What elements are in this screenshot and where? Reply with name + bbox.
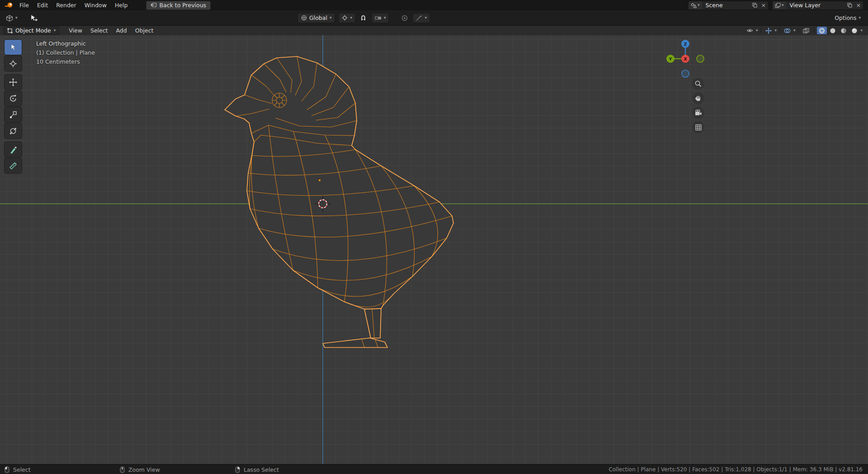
mouse-left-button-icon [5,466,9,473]
proportional-falloff-dropdown[interactable]: ▾ [413,13,430,23]
toggle-orthographic-grid-icon[interactable] [692,121,704,133]
gizmo-axis-neg-y [697,55,704,62]
scene-icon [691,3,697,8]
show-gizmo-toggle[interactable] [764,27,774,34]
svg-text:Y: Y [669,56,672,61]
mode-dropdown[interactable]: Object Mode ▾ [4,26,59,35]
svg-text:Z: Z [684,42,687,47]
orientation-icon [301,15,307,21]
show-overlays-toggle[interactable] [783,27,793,34]
remove-view-layer-button[interactable]: × [854,1,863,9]
viewport-menus: View Select Add Object [65,26,157,35]
tool-scale[interactable] [5,107,22,122]
menu-edit[interactable]: Edit [33,1,52,9]
context-label: (1) Collection | Plane [36,48,95,57]
visibility-dropdown[interactable]: ▾ [756,28,758,33]
grid-scale-label: 10 Centimeters [36,57,95,66]
scene-name-field[interactable]: Scene [702,2,750,9]
z-axis-grid-line [322,35,323,464]
object-visibility-icon[interactable] [745,27,755,34]
viewport-overlay-text: Left Orthographic (1) Collection | Plane… [36,39,95,66]
topbar: File Edit Render Window Help Back to Pre… [0,0,868,10]
view-name-label: Left Orthographic [36,39,95,48]
mouse-right-button-icon [235,466,240,473]
viewport-nav-buttons [692,78,704,133]
snap-with-dropdown[interactable]: ▾ [372,13,389,23]
view-layer-selector: ▾ View Layer × [772,1,863,10]
blender-logo-icon[interactable] [5,2,14,9]
overlays-dropdown[interactable]: ▾ [793,28,796,33]
tool-settings-header: ▾ Global ▾ ▾ [0,10,868,26]
viewport-header-toggles: ▾ ▾ ▾ [745,27,863,34]
scene-statistics: Collection | Plane | Verts:520 | Faces:5… [609,465,863,474]
shading-solid-button[interactable] [828,27,838,34]
menu-view[interactable]: View [65,26,86,35]
xray-toggle[interactable] [801,27,811,34]
scene-selector: ▾ Scene × [688,1,769,10]
new-view-layer-button[interactable] [845,1,854,9]
menu-window[interactable]: Window [80,1,111,9]
transform-orientation-dropdown[interactable]: Global ▾ [297,13,335,23]
viewport-3d[interactable]: Left Orthographic (1) Collection | Plane… [0,35,868,464]
gizmo-axis-neg-z [682,70,689,77]
view-layer-browse-button[interactable]: ▾ [773,1,786,9]
shading-wireframe-button[interactable] [817,27,827,34]
svg-text:X: X [684,56,687,61]
menu-select[interactable]: Select [86,26,112,35]
view-layer-name-field[interactable]: View Layer [786,2,845,9]
tool-annotate[interactable] [5,142,22,157]
menu-render[interactable]: Render [52,1,80,9]
mouse-middle-button-icon [120,466,125,473]
gizmo-dropdown[interactable]: ▾ [774,28,777,33]
menu-add[interactable]: Add [112,26,131,35]
editor-3d-viewport-icon [5,14,14,22]
falloff-curve-icon [416,15,422,21]
snap-to-dropdown[interactable]: ▾ [339,13,355,23]
pan-view-hand-icon[interactable] [692,92,704,104]
toolbar [5,40,22,173]
snap-magnet-toggle[interactable] [359,14,368,22]
snap-target-icon [342,15,348,21]
menu-object[interactable]: Object [131,26,158,35]
view-layer-icon [775,3,781,8]
y-axis-grid-line [0,203,868,204]
scene-browse-button[interactable]: ▾ [689,1,702,9]
object-mode-icon [7,28,13,33]
shading-rendered-button[interactable] [849,27,859,34]
editor-type-selector[interactable]: ▾ [4,14,19,22]
tool-transform[interactable] [5,123,22,138]
tool-measure[interactable] [5,158,22,173]
orientation-gizmo[interactable]: Z Y X [663,36,708,81]
options-dropdown[interactable]: Options ▾ [835,14,861,21]
object-origin-dot [318,179,321,181]
snap-with-icon [375,15,382,21]
proportional-editing-toggle[interactable] [400,14,409,22]
hint-lasso-select: Lasso Select [235,465,279,474]
zoom-view-icon[interactable] [692,78,704,90]
statusbar: Select Zoom View Lasso Select Collection… [0,464,868,474]
tool-rotate[interactable] [5,91,22,106]
viewport-tool-options: Global ▾ ▾ [297,10,430,25]
new-scene-button[interactable] [750,1,759,9]
delete-scene-button[interactable]: × [759,1,768,9]
active-tool-select-box-icon [29,14,38,22]
tool-select-box[interactable] [5,40,22,55]
selected-object-wireframe [0,35,868,464]
tool-move[interactable] [5,75,22,89]
hint-select: Select [5,465,31,474]
shading-dropdown[interactable]: ▾ [860,28,863,33]
shading-material-button[interactable] [839,27,849,34]
menu-file[interactable]: File [15,1,33,9]
back-to-previous-button[interactable]: Back to Previous [146,1,211,10]
viewport-header: Object Mode ▾ View Select Add Object ▾ ▾ [0,26,868,35]
tool-cursor[interactable] [5,56,22,71]
back-icon [151,3,156,8]
hint-zoom-view: Zoom View [120,465,160,474]
camera-view-icon[interactable] [692,107,704,119]
menu-help[interactable]: Help [111,1,132,9]
